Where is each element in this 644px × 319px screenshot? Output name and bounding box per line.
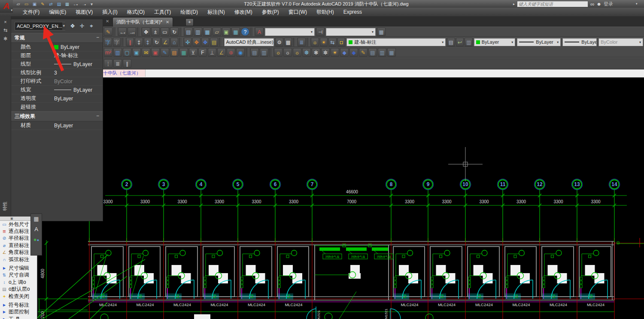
stack4-icon[interactable]: ▥ [378,48,386,57]
menu-item-6[interactable]: 绘图(D) [176,8,203,16]
drawing-file-tab[interactable]: 十中队（七道河） [101,69,146,77]
autohide-icon[interactable]: ⇆ [0,27,11,33]
layer-group-icon[interactable]: ▤ [250,48,259,57]
snap-cursor-icon[interactable]: ✣ [184,38,192,46]
grid-tool-icon[interactable]: ▦ [33,214,39,224]
qat-customize-icon[interactable]: ▾ [88,1,95,7]
move-cursor-icon[interactable]: ✥ [201,38,210,46]
layer-on-icon[interactable]: ☼ [311,38,319,46]
column-insert-icon[interactable]: ▥ [113,48,122,57]
paste-special-icon[interactable]: ▣ [222,27,231,36]
symbol-f-icon[interactable]: F [198,48,207,57]
sun-icon[interactable]: ☀ [331,48,339,57]
select-objects-icon[interactable]: ⌖ [87,22,96,30]
open-folder-icon[interactable]: ▭ [23,1,30,7]
layer-properties-icon[interactable]: ▤ [184,27,193,36]
property-row[interactable]: 材质ByLayer [11,121,103,130]
center-mark-icon[interactable]: ⊕ [227,48,235,57]
lineweight-combo[interactable]: ByLayer▾ [562,38,597,46]
dim-style-icon[interactable]: ⊣ [316,27,325,36]
selection-type-combo[interactable]: ACAD_PROXY_EN...▼ [15,22,65,30]
dim-baseline-icon[interactable]: ‡ [144,38,152,46]
property-row[interactable]: 线宽ByLayer [11,86,103,94]
door-insert-icon[interactable]: ▣ [132,48,141,57]
user-icon[interactable]: ☻ [596,1,601,6]
save-as-icon[interactable]: ✎ [39,1,46,7]
close-icon[interactable]: × [0,19,11,24]
menu-item-12[interactable]: Express [339,8,367,16]
new-file-icon[interactable]: ▱ [15,1,22,7]
stack3-icon[interactable]: ▤ [368,48,377,57]
menu-item-10[interactable]: 窗口(W) [284,8,312,16]
login-link[interactable]: 登录 [604,1,613,7]
property-row[interactable]: 线型比例3 [11,69,103,77]
viewport-icon[interactable]: ▩ [284,38,292,46]
text-edit-tool-icon[interactable]: 字 [113,38,121,46]
menu-item-8[interactable]: 修改(M) [230,8,257,16]
clipboard-icon[interactable]: ▤ [210,38,218,46]
freeze-icon[interactable]: ❆ [302,48,311,57]
bulb-off-icon[interactable]: ☼ [283,48,292,57]
tabbar-close-icon[interactable]: ✕ [106,19,109,24]
menu-item-7[interactable]: 标注(N) [203,8,230,16]
dim-rotate-icon[interactable]: ↻ [152,38,161,46]
paint-brush-icon[interactable]: ✎ [161,48,169,57]
undo-icon[interactable]: ←▾ [118,27,127,36]
layer-group2-icon[interactable]: ▥ [260,48,268,57]
new-tab-button[interactable]: + [185,18,194,26]
binoculars-icon[interactable]: ∞ [590,1,594,7]
pen-gold-icon[interactable]: ✎ [359,48,368,57]
list-icon[interactable]: ≣ [113,59,122,68]
area-calc-icon[interactable]: m² [104,48,112,57]
palette-settings-icon[interactable]: ✻ [0,36,11,42]
gear-icon[interactable]: ⚙ [275,38,283,46]
menu-item-2[interactable]: 视图(V) [71,8,97,16]
schedule-icon[interactable]: ▦ [179,48,188,57]
redo-icon[interactable]: →▾ [128,27,136,36]
snow2-icon[interactable]: ✼ [321,48,330,57]
dim-home-icon[interactable]: ⌂ [170,38,179,46]
unlock-blue-icon[interactable]: ◆ [349,48,358,57]
titlebar-caret-icon[interactable]: ▾ [636,2,638,6]
match-properties-icon[interactable]: ▱ [213,27,221,36]
property-row[interactable]: 超链接 [11,103,103,111]
node-dots-icon[interactable]: ●● [33,235,39,245]
linetype-combo[interactable]: ByLayer▾ [517,38,561,46]
ceiling-lamp-icon[interactable]: ⊻ [189,48,197,57]
zoom-window-icon[interactable]: ▭ [161,27,169,36]
layer-combo[interactable]: 建-轴-标注▾ [346,38,446,46]
dim-angle-icon[interactable]: ∠ [161,38,170,46]
bulb-on-icon[interactable]: ☼ [274,48,283,57]
screen-menu-item-11[interactable]: ▶符号标注 [0,301,37,308]
layer-merge-icon[interactable]: ▥ [465,38,473,46]
collapse-icon[interactable]: − [96,113,99,120]
layer-restore-icon[interactable]: ↩ [456,38,464,46]
toggle-pickadd-icon[interactable]: ✛ [77,22,87,30]
screen-menu-item-9[interactable]: ▤o默认层o [0,286,37,293]
screen-menu-item-13[interactable]: ▶工 具 [0,316,37,319]
slope-icon[interactable]: ∠ [217,48,226,57]
dim-style-combo[interactable]: ▾ [326,28,376,36]
globe-icon[interactable]: ◉ [236,48,245,57]
property-row[interactable]: 图层建-轴-标注 [11,51,103,60]
dim-continue-icon[interactable]: ‡ [135,38,143,46]
lock-blue-icon[interactable]: ◆ [340,48,349,57]
quick-select-icon[interactable]: ❖ [68,22,77,30]
stack5-icon[interactable]: ▦ [387,48,396,57]
text-style-combo[interactable]: ▾ [265,28,315,36]
screen-menu-item-5[interactable]: ∩弧弦标注 [0,256,37,263]
workspace-combo[interactable]: AutoCAD 经典...inese) 移植▾ [224,38,274,46]
tab-close-icon[interactable]: ✕ [166,20,169,24]
color-combo[interactable]: ByLayer▾ [474,38,515,46]
section-header-1[interactable]: 三维效果− [11,111,103,121]
save-icon[interactable]: ▣ [31,1,38,7]
table-style-icon[interactable]: ▦ [377,27,386,36]
screen-menu-item-12[interactable]: ▶图层控制 [0,309,37,316]
menu-item-4[interactable]: 格式(O) [122,8,149,16]
autocad-logo[interactable]: A▾ [0,0,13,13]
section-header-0[interactable]: 常规− [11,33,103,43]
elevation-icon[interactable]: ⊥ [208,48,216,57]
redo-icon[interactable]: →▾ [80,1,87,7]
screen-menu-item-8[interactable]: ↕o上 调o [0,279,37,286]
menu-item-3[interactable]: 插入(I) [97,8,122,16]
